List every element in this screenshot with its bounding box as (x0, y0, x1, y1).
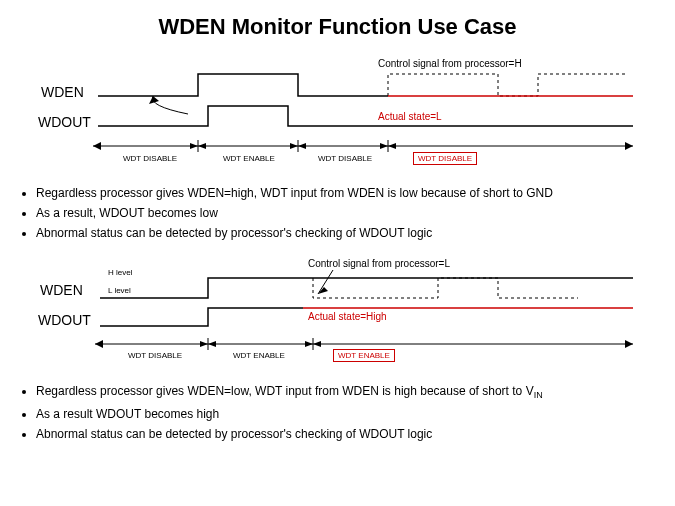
actual-state-label: Actual state=L (378, 111, 442, 122)
seg-label: WDT ENABLE (233, 351, 285, 360)
svg-marker-24 (305, 341, 313, 347)
wden-label: WDEN (40, 282, 83, 298)
svg-marker-10 (290, 143, 298, 149)
svg-marker-4 (625, 142, 633, 150)
svg-marker-25 (313, 341, 321, 347)
svg-marker-3 (93, 142, 101, 150)
bullet-item: Abnormal status can be detected by proce… (36, 425, 649, 443)
l-level-label: L level (108, 286, 131, 295)
svg-marker-12 (380, 143, 388, 149)
bullet-list-1: Regardless processor gives WDEN=high, WD… (26, 184, 649, 242)
wden-label: WDEN (41, 84, 84, 100)
bullet-item: As a result, WDOUT becomes low (36, 204, 649, 222)
svg-marker-11 (298, 143, 306, 149)
seg-label: WDT ENABLE (223, 154, 275, 163)
wdout-label: WDOUT (38, 114, 91, 130)
bullet-item: As a result WDOUT becomes high (36, 405, 649, 423)
seg-label-abnormal: WDT DISABLE (413, 152, 477, 165)
seg-label-abnormal: WDT ENABLE (333, 349, 395, 362)
svg-marker-18 (95, 340, 103, 348)
bullet-item: Abnormal status can be detected by proce… (36, 224, 649, 242)
svg-marker-23 (208, 341, 216, 347)
h-level-label: H level (108, 268, 132, 277)
svg-marker-8 (190, 143, 198, 149)
control-signal-label: Control signal from processor=H (378, 58, 522, 69)
seg-label: WDT DISABLE (318, 154, 372, 163)
timing-diagram-2: H level L level WDEN WDOUT Control signa… (38, 256, 637, 374)
seg-label: WDT DISABLE (128, 351, 182, 360)
svg-marker-19 (625, 340, 633, 348)
seg-label: WDT DISABLE (123, 154, 177, 163)
bullet-item: Regardless processor gives WDEN=low, WDT… (36, 382, 649, 403)
timing-diagram-1: WDEN WDOUT Control signal from processor… (38, 56, 637, 176)
svg-marker-22 (200, 341, 208, 347)
svg-marker-1 (149, 96, 159, 104)
svg-marker-9 (198, 143, 206, 149)
svg-marker-15 (318, 287, 328, 294)
page-title: WDEN Monitor Function Use Case (0, 0, 675, 56)
control-signal-label: Control signal from processor=L (308, 258, 450, 269)
svg-marker-13 (388, 143, 396, 149)
actual-state-label: Actual state=High (308, 311, 387, 322)
bullet-item: Regardless processor gives WDEN=high, WD… (36, 184, 649, 202)
bullet-list-2: Regardless processor gives WDEN=low, WDT… (26, 382, 649, 443)
wdout-label: WDOUT (38, 312, 91, 328)
